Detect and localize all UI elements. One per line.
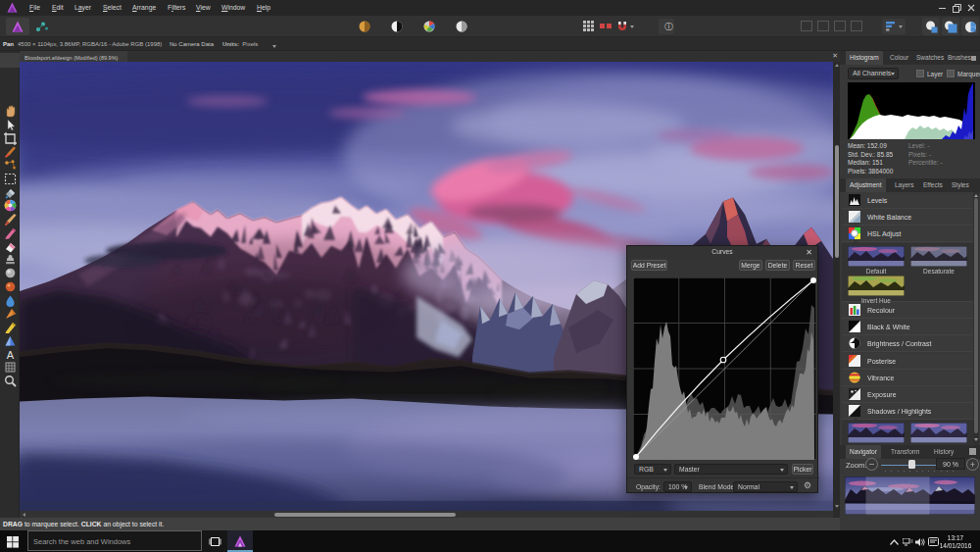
svg-text:A: A <box>6 349 14 361</box>
